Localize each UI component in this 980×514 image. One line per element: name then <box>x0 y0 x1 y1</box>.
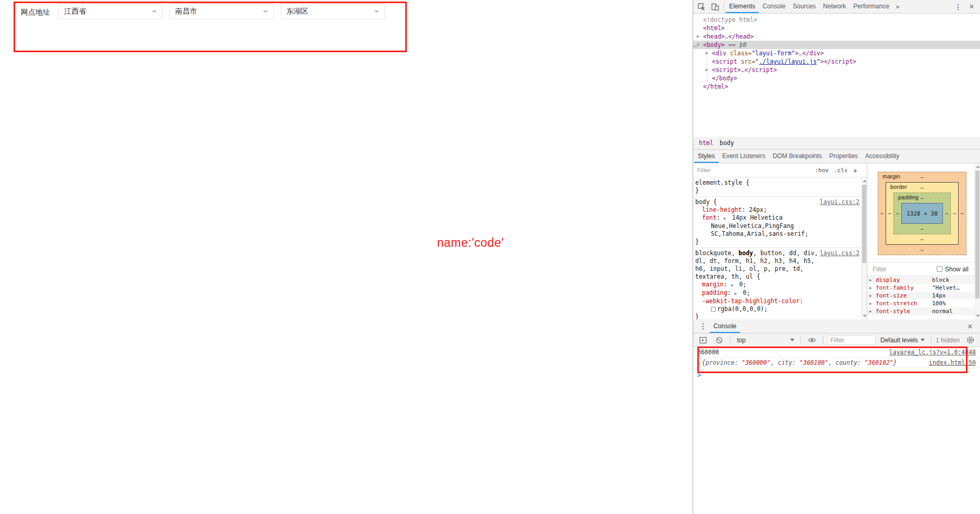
color-swatch[interactable] <box>711 307 716 312</box>
tab-console-drawer[interactable]: Console <box>710 320 740 333</box>
console-close-icon[interactable]: × <box>963 320 977 333</box>
console-log-row[interactable]: 360000 layarea_lc.js?v=1.0:4048 <box>693 347 980 357</box>
breadcrumb-html[interactable]: html <box>696 139 717 147</box>
tab-properties[interactable]: Properties <box>826 150 862 163</box>
live-expression-eye-icon[interactable] <box>805 333 819 346</box>
toolbar-separator <box>723 3 724 11</box>
expand-arrow-icon[interactable]: ▶ <box>869 309 872 314</box>
box-model-padding[interactable]: padding − − 1328 × 38 − − <box>893 193 951 234</box>
computed-row[interactable]: ▶ font-stretch 100% <box>867 300 980 307</box>
computed-filter-input[interactable]: Filter <box>873 266 937 273</box>
scroll-down-icon[interactable] <box>863 315 867 317</box>
console-object-row[interactable]: ▶{province: "360000", city: "360100", co… <box>693 357 980 368</box>
script-src-link[interactable]: ./layui/layui.js <box>759 58 817 65</box>
hidden-messages-count: 1 hidden <box>936 337 960 344</box>
styles-scrollbar[interactable] <box>861 177 867 319</box>
expand-arrow-icon[interactable]: ▶ <box>697 32 702 41</box>
breadcrumb-body[interactable]: body <box>717 139 737 147</box>
devtools-toolbar: Elements Console Sources Network Perform… <box>693 0 980 14</box>
css-property: font: ▶ 14px Helvetica Neue,Helvetica,Pi… <box>695 214 860 238</box>
css-property: padding: ▶ 0; <box>695 289 860 297</box>
dom-node-body-close[interactable]: </body> <box>707 74 980 82</box>
expand-arrow-icon[interactable]: ▶ <box>706 66 711 74</box>
console-sidebar-toggle-icon[interactable] <box>696 333 710 346</box>
tab-sources[interactable]: Sources <box>789 0 819 13</box>
dom-node-head[interactable]: ▶ <head>…</head> <box>693 32 980 41</box>
show-all-checkbox[interactable] <box>937 266 942 272</box>
box-model-margin[interactable]: margin − − border − − padding − − 1328 ×… <box>878 172 966 255</box>
computed-row[interactable]: ▶ font-size 14px <box>867 292 980 300</box>
province-select[interactable]: 江西省 <box>58 3 163 19</box>
console-menu-icon[interactable]: ⋮ <box>696 320 710 333</box>
box-model-diagram: margin − − border − − padding − − 1328 ×… <box>878 172 966 255</box>
computed-pane: margin − − border − − padding − − 1328 ×… <box>867 163 980 319</box>
scrollbar-thumb[interactable] <box>862 185 866 263</box>
inspect-element-icon[interactable] <box>695 0 708 13</box>
expand-arrow-icon[interactable]: ▶ <box>734 290 739 297</box>
expand-arrow-icon[interactable]: ▶ <box>697 361 700 366</box>
tab-performance[interactable]: Performance <box>850 0 893 13</box>
stylesheet-link[interactable]: layui.css:2 <box>820 249 860 257</box>
dom-node-inline-script[interactable]: ▶ <script>…</script> <box>707 66 980 74</box>
class-toggle-button[interactable]: .cls <box>834 166 848 174</box>
expand-arrow-icon[interactable]: ▶ <box>869 302 872 306</box>
log-source-link[interactable]: layarea_lc.js?v=1.0:4048 <box>889 349 976 356</box>
rule-reset-layui[interactable]: layui.css:2 blockquote, body, button, dd… <box>693 248 862 319</box>
log-text: 360000 <box>697 349 719 356</box>
console-context-select[interactable]: top <box>735 337 796 344</box>
dom-node-layui-form-div[interactable]: ▶ <div class="layui-form">…</div> <box>707 49 980 57</box>
devtools-close-icon[interactable]: × <box>965 0 978 13</box>
new-style-rule-button[interactable]: + <box>853 166 857 174</box>
more-tabs-icon[interactable]: » <box>893 3 903 10</box>
dom-node-html-open[interactable]: <html> <box>693 24 980 32</box>
county-select[interactable]: 东湖区 <box>281 3 385 19</box>
city-select[interactable]: 南昌市 <box>170 3 274 19</box>
scroll-down-icon[interactable] <box>976 315 980 317</box>
tab-accessibility[interactable]: Accessibility <box>862 150 903 163</box>
toolbar-separator <box>823 336 824 344</box>
box-model-content[interactable]: 1328 × 38 <box>901 203 943 224</box>
code-annotation-text: name:'code' <box>437 236 504 250</box>
tab-network[interactable]: Network <box>819 0 850 13</box>
expand-arrow-icon[interactable]: ▶ <box>731 281 735 289</box>
computed-scrollbar[interactable] <box>974 163 980 319</box>
expand-arrow-icon[interactable]: ▶ <box>869 294 872 298</box>
dom-node-body-selected[interactable]: … ▼ <body> == $0 <box>693 41 980 49</box>
tab-event-listeners[interactable]: Event Listeners <box>719 150 769 163</box>
styles-filter-input[interactable]: Filter <box>697 166 815 174</box>
log-levels-select[interactable]: Default levels <box>878 337 927 344</box>
devtools-menu-icon[interactable]: ⋮ <box>951 0 965 13</box>
dom-node-script-src[interactable]: <script src="./layui/layui.js"></script> <box>707 57 980 66</box>
collapse-arrow-icon[interactable]: ▼ <box>697 41 702 49</box>
tab-elements[interactable]: Elements <box>725 0 759 13</box>
tab-console[interactable]: Console <box>759 0 789 13</box>
computed-row[interactable]: ▶ font-family "Helvet… <box>867 284 980 292</box>
expand-arrow-icon[interactable]: ▶ <box>724 214 729 222</box>
box-model-border[interactable]: border − − padding − − 1328 × 38 − − <box>886 182 959 245</box>
toolbar-separator <box>931 336 931 344</box>
chevron-down-icon <box>152 10 157 13</box>
console-filter-input[interactable]: Filter <box>828 336 876 345</box>
tab-styles[interactable]: Styles <box>694 150 719 163</box>
computed-row[interactable]: ▶ display block <box>867 276 980 284</box>
scroll-up-icon[interactable] <box>976 165 980 168</box>
device-toolbar-icon[interactable] <box>708 0 722 13</box>
stylesheet-link[interactable]: layui.css:2 <box>820 198 860 206</box>
computed-row[interactable]: ▶ font-style normal <box>867 307 980 315</box>
expand-arrow-icon[interactable]: ▶ <box>706 49 711 57</box>
tab-dom-breakpoints[interactable]: DOM Breakpoints <box>769 150 826 163</box>
rule-body-layui[interactable]: layui.css:2 body { line-height: 24px; fo… <box>693 197 862 248</box>
clear-console-icon[interactable] <box>712 333 726 346</box>
console-prompt[interactable]: > <box>693 368 980 382</box>
dom-node-doctype[interactable]: <!doctype html> <box>693 16 980 24</box>
rule-element-style[interactable]: element.style { } <box>693 177 862 197</box>
log-source-link[interactable]: index.html:50 <box>929 359 976 366</box>
toolbar-separator <box>801 336 801 344</box>
expand-arrow-icon[interactable]: ▶ <box>869 286 872 290</box>
scrollbar-thumb[interactable] <box>975 171 979 298</box>
dom-node-html-close[interactable]: </html> <box>693 82 980 91</box>
expand-arrow-icon[interactable]: ▶ <box>869 278 872 282</box>
console-settings-gear-icon[interactable] <box>963 333 977 346</box>
hover-state-button[interactable]: :hov <box>815 166 829 174</box>
scroll-up-icon[interactable] <box>863 180 867 182</box>
